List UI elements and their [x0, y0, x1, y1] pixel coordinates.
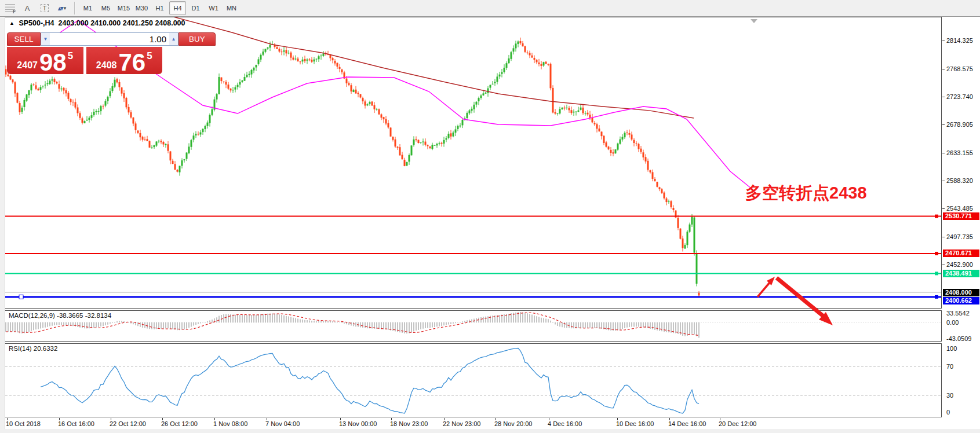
- timeframe-button-mn[interactable]: MN: [223, 1, 240, 15]
- ohlc-high: 2410.000: [90, 19, 121, 27]
- rsi-line: [41, 348, 699, 414]
- price-tick-label: 2543.485: [946, 205, 973, 212]
- buy-button[interactable]: BUY: [178, 32, 216, 46]
- bid-price-handle: 2407: [17, 60, 38, 71]
- mt4-window: F A T ▴▾▾ M1M5M15M30H1H4D1W1MN ▲ SP500-,…: [0, 0, 980, 433]
- rsi-chart: [5, 344, 941, 417]
- symbol-triangle-icon: ▲: [9, 20, 14, 26]
- indicator-tick-label: -43.0509: [946, 335, 971, 342]
- price-badge: 2438.491: [943, 270, 979, 277]
- price-tick: [942, 97, 945, 97]
- ask-price-big: 76: [118, 52, 145, 73]
- volume-input[interactable]: [50, 33, 169, 45]
- bid-price-big: 98: [39, 52, 67, 73]
- price-tick: [942, 69, 945, 69]
- price-tick: [942, 181, 945, 181]
- price-tick-label: 2678.905: [946, 121, 973, 128]
- date-tick-label: 16 Oct 16:00: [58, 420, 94, 427]
- line-drag-marker: [19, 295, 23, 299]
- text-box-tool-icon[interactable]: T: [37, 2, 52, 14]
- ohlc-close: 2408.000: [155, 19, 185, 27]
- chart-annotation-text: 多空转折点2438: [745, 182, 867, 205]
- chart-title: ▲ SP500-,H4 2403.000 2410.000 2401.250 2…: [9, 19, 185, 27]
- date-tick-label: 10 Oct 2018: [6, 420, 41, 427]
- timeframe-button-h4[interactable]: H4: [169, 1, 186, 15]
- line-end-marker: [935, 295, 938, 299]
- date-tick-label: 4 Dec 16:00: [548, 420, 582, 427]
- candles: [5, 38, 700, 296]
- date-tick-label: 18 Nov 23:00: [390, 420, 428, 427]
- date-tick-label: 28 Nov 20:00: [494, 420, 532, 427]
- timeframe-button-w1[interactable]: W1: [205, 1, 222, 15]
- price-tick-label: 2723.740: [946, 93, 973, 100]
- indicator-tick-label: 0: [946, 409, 950, 416]
- price-badge: 2408.000: [943, 289, 979, 296]
- date-tick-label: 13 Nov 00:00: [339, 420, 377, 427]
- line-end-marker: [935, 215, 938, 218]
- timeframe-button-d1[interactable]: D1: [187, 1, 204, 15]
- price-tick-label: 2633.155: [946, 149, 973, 156]
- price-tick: [942, 265, 945, 265]
- price-tick-label: 2814.325: [946, 37, 973, 44]
- date-tick-label: 7 Nov 04:00: [265, 420, 300, 427]
- date-axis[interactable]: 10 Oct 201816 Oct 16:0022 Oct 12:0026 Oc…: [0, 418, 980, 429]
- price-tick-label: 2497.735: [946, 233, 973, 240]
- bid-price-pip: 5: [68, 48, 73, 62]
- slow-ma-line: [171, 17, 694, 118]
- price-tick: [942, 41, 945, 41]
- price-tick: [942, 208, 945, 209]
- fibonacci-tool-icon[interactable]: F: [2, 2, 17, 14]
- ohlc-low: 2401.250: [123, 19, 153, 27]
- indicator-tick-label: 70: [946, 363, 953, 370]
- price-tick-label: 2588.320: [946, 177, 973, 184]
- macd-panel[interactable]: MACD(12,26,9) -38.3665 -32.8134: [5, 310, 942, 342]
- date-tick-label: 20 Dec 12:00: [719, 420, 756, 427]
- bid-price-panel[interactable]: 2407 98 5: [7, 47, 83, 74]
- price-axis[interactable]: 2814.3252768.5752723.7402678.9052633.155…: [942, 17, 980, 417]
- timeframe-button-m30[interactable]: M30: [133, 1, 150, 15]
- arrow-objects-tool-icon[interactable]: ▴▾▾: [54, 2, 70, 14]
- date-tick-label: 22 Oct 12:00: [110, 420, 146, 427]
- price-tick-label: 2768.575: [946, 65, 973, 72]
- price-shift-marker-icon: [751, 19, 757, 23]
- date-tick-label: 10 Dec 16:00: [616, 420, 654, 427]
- one-click-trading-widget: SELL ▼ ▲ BUY 2407 98 5 2408 76 5: [7, 32, 162, 74]
- symbol-label: SP500-,H4: [19, 19, 54, 27]
- price-badge: 2530.771: [943, 212, 979, 220]
- macd-label: MACD(12,26,9) -38.3665 -32.8134: [9, 312, 111, 319]
- indicator-tick-label: 0.00: [946, 319, 959, 326]
- dropdown-caret-icon[interactable]: ▾: [64, 5, 67, 11]
- date-tick-label: 26 Oct 12:00: [161, 420, 198, 427]
- timeframe-button-m15[interactable]: M15: [115, 1, 132, 15]
- macd-chart: [5, 311, 941, 341]
- price-tick-label: 2452.900: [946, 261, 973, 268]
- ask-price-pip: 5: [147, 48, 152, 62]
- volume-decrease-button[interactable]: ▼: [41, 33, 50, 45]
- window-bottom-edge: [0, 429, 980, 433]
- sell-button[interactable]: SELL: [7, 32, 41, 46]
- indicator-tick-label: 100: [946, 345, 957, 352]
- date-tick-label: 14 Dec 16:00: [668, 420, 706, 427]
- toolbar-separator: [74, 2, 75, 14]
- price-tick: [942, 153, 945, 153]
- ask-price-handle: 2408: [96, 60, 117, 71]
- price-tick: [942, 124, 945, 125]
- timeframe-group: M1M5M15M30H1H4D1W1MN: [79, 1, 241, 15]
- volume-spinner: ▼ ▲: [41, 32, 178, 46]
- text-label-tool-icon[interactable]: A: [20, 2, 35, 14]
- ask-price-panel[interactable]: 2408 76 5: [86, 47, 163, 74]
- indicator-tick-label: 33.5542: [946, 310, 970, 317]
- timeframe-button-m1[interactable]: M1: [79, 1, 96, 15]
- timeframe-button-h1[interactable]: H1: [151, 1, 168, 15]
- indicator-tick-label: 30: [946, 392, 953, 399]
- line-end-marker: [935, 252, 938, 255]
- price-badge: 2400.662: [943, 297, 979, 304]
- date-tick-label: 1 Nov 08:00: [213, 420, 247, 427]
- rsi-label: RSI(14) 20.6332: [9, 345, 57, 352]
- ohlc-open: 2403.000: [59, 19, 89, 27]
- rsi-panel[interactable]: RSI(14) 20.6332: [5, 343, 942, 417]
- timeframe-button-m5[interactable]: M5: [97, 1, 114, 15]
- line-end-marker: [935, 271, 938, 275]
- volume-increase-button[interactable]: ▲: [169, 33, 178, 45]
- toolbar: F A T ▴▾▾ M1M5M15M30H1H4D1W1MN: [0, 0, 980, 17]
